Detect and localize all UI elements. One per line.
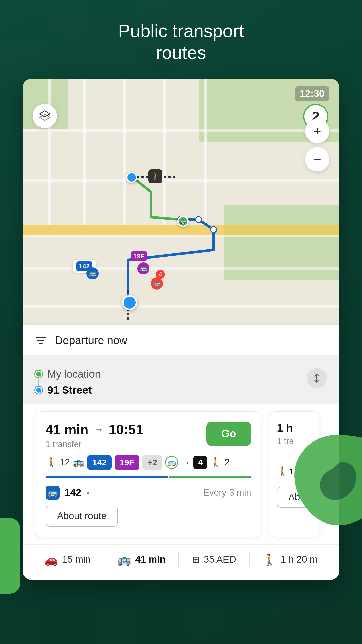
destination-marker <box>122 295 137 310</box>
bus-19f-pill[interactable]: 19F <box>115 455 140 470</box>
svg-rect-5 <box>48 79 51 225</box>
bus-icon-1: 🚌 <box>73 457 84 468</box>
bus-freq-row: 🚌 142 ● Every 3 min <box>46 486 251 500</box>
bottom-nav: 🚗 15 min 🚌 41 min ⊞ 35 AED 🚶 1 h 20 m <box>23 544 339 580</box>
route-info: My location 91 Street <box>23 355 339 404</box>
svg-rect-12 <box>23 235 339 237</box>
route-card-1: 41 min → 10:51 1 transfer Go 🚶 12 🚌 142 … <box>35 411 261 537</box>
taxi-icon: ⊞ <box>192 554 200 565</box>
walk-num-2: 2 <box>224 457 230 468</box>
route-cards: 41 min → 10:51 1 transfer Go 🚶 12 🚌 142 … <box>23 404 339 544</box>
origin-marker <box>126 172 137 183</box>
walk-icon-1: 🚶 <box>46 457 57 468</box>
bar-blue <box>46 476 168 478</box>
bus-time: 41 min <box>135 554 165 565</box>
nav-taxi[interactable]: ⊞ 35 AED <box>192 554 236 565</box>
svg-rect-23 <box>37 340 44 341</box>
zoom-out-button[interactable]: − <box>305 147 329 171</box>
walk-num-1: 12 <box>60 457 70 468</box>
nav-divider-2 <box>178 552 179 567</box>
from-label: My location <box>47 368 101 380</box>
preview-duration: 1 h <box>277 422 311 434</box>
preview-transfer: 1 tra <box>277 436 311 446</box>
nav-car[interactable]: 🚗 15 min <box>44 553 91 566</box>
go-button[interactable]: Go <box>206 422 251 446</box>
more-pill[interactable]: +2 <box>142 455 162 470</box>
main-card: 🚶 🚌 142 🚌 19F 🚌 4 🚌 12:30 2 <box>23 79 339 580</box>
svg-rect-7 <box>123 79 126 225</box>
bar-green <box>169 476 251 478</box>
svg-marker-21 <box>40 114 50 120</box>
svg-rect-11 <box>23 179 339 182</box>
to-location: 91 Street <box>35 384 327 396</box>
svg-rect-22 <box>36 337 46 338</box>
map-bus-icon: 🚌 <box>86 267 99 279</box>
route-icons-row: 🚶 12 🚌 142 19F +2 🚌 → 4 🚶 2 <box>46 455 251 470</box>
to-dot <box>35 387 42 394</box>
nav-bus[interactable]: 🚌 41 min <box>117 553 165 566</box>
svg-rect-14 <box>23 305 339 308</box>
about-route-preview[interactable]: Ab <box>277 487 311 508</box>
metro-circle: 🚌 <box>165 456 178 469</box>
svg-rect-8 <box>163 79 166 225</box>
map-bus-19f: 19F <box>131 252 147 260</box>
svg-point-18 <box>196 217 202 223</box>
from-location: My location <box>35 368 327 380</box>
bus-142-pill[interactable]: 142 <box>87 455 112 470</box>
page-title: Public transport routes <box>0 0 362 79</box>
map-time: 12:30 <box>295 86 329 101</box>
car-icon: 🚗 <box>44 553 58 566</box>
layer-button[interactable] <box>33 104 57 128</box>
transfer-label: 1 transfer <box>46 439 143 449</box>
walk-num-preview: 1 <box>289 467 294 476</box>
svg-rect-13 <box>23 267 339 270</box>
car-time: 15 min <box>62 554 91 565</box>
to-label: 91 Street <box>47 384 92 396</box>
from-dot <box>35 371 42 378</box>
map-controls: + − <box>305 119 329 171</box>
nav-divider-3 <box>249 552 250 567</box>
bus-nav-icon: 🚌 <box>117 553 131 566</box>
nav-walk[interactable]: 🚶 1 h 20 m <box>263 553 318 566</box>
map-bus-19f-icon: 🚌 <box>137 262 149 274</box>
map-area: 🚶 🚌 142 🚌 19F 🚌 4 🚌 12:30 2 <box>23 79 339 355</box>
svg-rect-9 <box>204 79 207 225</box>
svg-rect-6 <box>83 79 86 225</box>
swap-button[interactable] <box>307 368 327 388</box>
walk-icon-2: 🚶 <box>210 457 221 468</box>
route-arrow: → <box>94 424 104 435</box>
route-card-2: 1 h 1 tra 🚶 1 Ab <box>269 411 319 537</box>
departure-bar: Departure now <box>23 325 339 355</box>
progress-bar <box>46 476 251 478</box>
walk-nav-icon: 🚶 <box>263 553 277 566</box>
bus-num-label: 142 <box>65 487 81 498</box>
map-bus-4-icon: 🚌 <box>151 277 163 290</box>
route-arrival: 10:51 <box>109 422 143 437</box>
walk-time: 1 h 20 m <box>281 554 318 565</box>
walk-icon-preview: 🚶 <box>277 466 288 476</box>
walk-badge: 🚶 <box>148 169 162 183</box>
svg-rect-10 <box>23 129 339 132</box>
taxi-price: 35 AED <box>204 554 236 565</box>
svg-point-17 <box>211 227 217 233</box>
about-route-button[interactable]: About route <box>46 506 118 527</box>
filter-icon[interactable] <box>33 332 49 348</box>
svg-rect-24 <box>39 343 43 344</box>
num-badge-4: 4 <box>193 456 207 469</box>
route-duration: 41 min <box>46 422 88 437</box>
departure-label[interactable]: Departure now <box>55 334 127 347</box>
svg-marker-20 <box>40 111 50 117</box>
transit-marker: 🚌 <box>177 216 189 227</box>
nav-divider-1 <box>104 552 104 567</box>
zoom-in-button[interactable]: + <box>305 119 329 143</box>
freq-label: Every 3 min <box>203 487 251 498</box>
bus-icon-blue: 🚌 <box>46 486 60 500</box>
green-dot: ● <box>86 489 90 496</box>
